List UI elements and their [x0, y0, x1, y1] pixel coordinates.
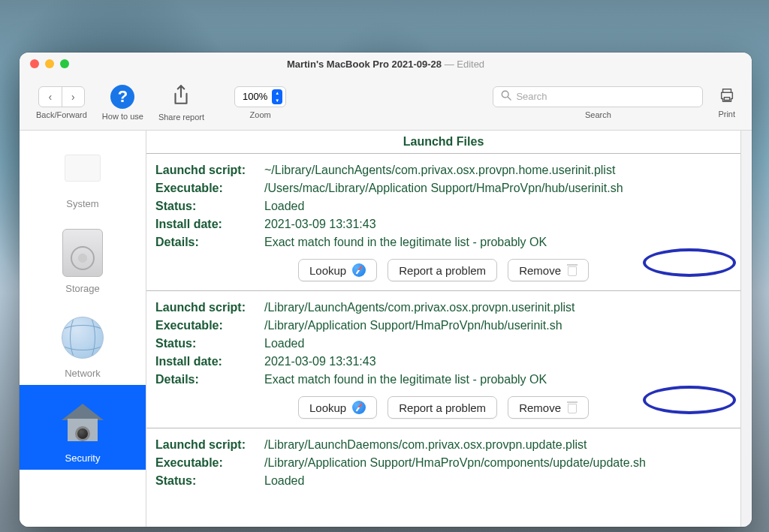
help-icon[interactable]: ?: [110, 85, 134, 109]
action-row: Lookup Report a problem Remove: [155, 251, 731, 281]
lookup-button[interactable]: Lookup: [298, 396, 377, 419]
highlight-annotation: [643, 386, 736, 414]
globe-icon: [59, 314, 107, 362]
tb-share-group: Share report: [151, 84, 212, 122]
zoom-value: 100%: [243, 91, 267, 102]
row-val-details: Exact match found in the legitimate list…: [264, 236, 731, 249]
nav-buttons: ‹ ›: [38, 86, 85, 107]
scrollbar[interactable]: [740, 131, 752, 527]
row-val-executable: /Users/mac/Library/Application Support/H…: [264, 182, 731, 195]
search-icon: [501, 90, 511, 103]
section-header: Launchd Files: [146, 131, 740, 154]
zoom-stepper[interactable]: 100% ▲▼: [234, 86, 286, 107]
window-title: Martin's MacBook Pro 2021-09-28 — Edited: [20, 59, 752, 70]
row-val-script: /Library/LaunchAgents/com.privax.osx.pro…: [264, 301, 731, 314]
chevron-left-icon: ‹: [49, 91, 53, 103]
row-val-script: /Library/LaunchDaemons/com.privax.osx.pr…: [264, 438, 731, 452]
back-button[interactable]: ‹: [39, 87, 62, 107]
sidebar-item-storage[interactable]: Storage: [20, 215, 146, 300]
row-val-install-date: 2021-03-09 13:31:43: [264, 218, 731, 231]
highlight-annotation: [643, 248, 736, 277]
remove-button[interactable]: Remove: [508, 259, 589, 281]
row-val-status: Loaded: [264, 200, 731, 213]
chevron-right-icon: ›: [71, 91, 75, 103]
sidebar-item-label: Security: [65, 452, 101, 464]
forward-button[interactable]: ›: [62, 87, 84, 107]
print-icon[interactable]: [719, 87, 735, 107]
zoom-stepper-arrows-icon: ▲▼: [272, 89, 282, 104]
traffic-lights: [30, 59, 69, 68]
title-edited: — Edited: [442, 59, 484, 70]
sidebar-item-label: System: [66, 198, 98, 209]
toolbar: ‹ › Back/Forward ? How to use Share repo…: [20, 75, 752, 131]
security-icon: [59, 398, 107, 446]
safari-icon: [352, 401, 366, 414]
row-val-executable: /Library/Application Support/HmaProVpn/c…: [264, 456, 731, 470]
sidebar-item-label: Storage: [65, 283, 100, 294]
row-label-executable: Executable:: [155, 182, 264, 195]
row-label-details: Details:: [155, 236, 264, 249]
action-row: Lookup Report a problem Remove: [155, 389, 731, 419]
tb-nav-label: Back/Forward: [36, 110, 87, 119]
lookup-button[interactable]: Lookup: [298, 259, 377, 281]
row-label-install-date: Install date:: [155, 218, 264, 231]
report-problem-button[interactable]: Report a problem: [388, 396, 497, 419]
remove-label: Remove: [519, 264, 561, 277]
trash-icon: [567, 264, 578, 276]
tb-zoom-group: 100% ▲▼ Zoom: [227, 86, 294, 119]
search-box[interactable]: [493, 86, 703, 107]
share-icon[interactable]: [171, 84, 191, 110]
tb-nav-group: ‹ › Back/Forward: [29, 86, 95, 119]
sidebar: System Storage Network Security: [20, 131, 146, 527]
tb-help-group: ? How to use: [95, 85, 151, 121]
row-label-executable: Executable:: [155, 456, 264, 470]
tb-help-label: How to use: [102, 112, 143, 121]
sidebar-item-security[interactable]: Security: [20, 385, 146, 470]
system-icon: [59, 144, 107, 192]
row-label-script: Launchd script:: [155, 438, 264, 452]
row-label-status: Status:: [155, 337, 264, 350]
app-window: Martin's MacBook Pro 2021-09-28 — Edited…: [20, 53, 752, 527]
row-val-install-date: 2021-03-09 13:31:43: [264, 355, 731, 368]
sidebar-item-label: Network: [65, 368, 101, 379]
row-label-status: Status:: [155, 200, 264, 213]
titlebar: Martin's MacBook Pro 2021-09-28 — Edited: [20, 53, 752, 75]
svg-line-1: [508, 97, 511, 100]
lookup-label: Lookup: [309, 401, 346, 414]
launchd-entry: Launchd script:~/Library/LaunchAgents/co…: [146, 154, 740, 291]
row-val-status: Loaded: [264, 337, 731, 350]
row-label-details: Details:: [155, 373, 264, 386]
entries-list: Launchd script:~/Library/LaunchAgents/co…: [146, 154, 740, 527]
row-label-script: Launchd script:: [155, 164, 264, 177]
sidebar-item-network[interactable]: Network: [20, 300, 146, 385]
lookup-label: Lookup: [309, 264, 346, 277]
main-panel: Launchd Files Launchd script:~/Library/L…: [146, 131, 740, 527]
safari-icon: [352, 263, 366, 277]
disk-icon: [59, 229, 107, 277]
row-val-status: Loaded: [264, 474, 731, 488]
row-label-script: Launchd script:: [155, 301, 264, 314]
remove-button[interactable]: Remove: [508, 396, 589, 419]
row-val-script: ~/Library/LaunchAgents/com.privax.osx.pr…: [264, 164, 731, 177]
minimize-window-button[interactable]: [45, 59, 54, 68]
row-label-status: Status:: [155, 474, 264, 488]
close-window-button[interactable]: [30, 59, 39, 68]
launchd-entry: Launchd script:/Library/LaunchDaemons/co…: [146, 428, 740, 499]
tb-search-label: Search: [585, 110, 611, 119]
trash-icon: [567, 401, 578, 413]
row-label-install-date: Install date:: [155, 355, 264, 368]
title-main: Martin's MacBook Pro 2021-09-28: [287, 59, 442, 70]
row-val-details: Exact match found in the legitimate list…: [264, 373, 731, 386]
zoom-window-button[interactable]: [60, 59, 69, 68]
tb-share-label: Share report: [158, 113, 204, 122]
search-input[interactable]: [516, 91, 695, 102]
report-label: Report a problem: [399, 401, 486, 414]
remove-label: Remove: [519, 401, 561, 414]
sidebar-item-system[interactable]: System: [20, 131, 146, 215]
tb-search-group: Search: [485, 86, 710, 119]
tb-print-label: Print: [718, 110, 735, 119]
report-label: Report a problem: [399, 264, 486, 277]
content-area: System Storage Network Security Launchd …: [20, 131, 752, 527]
report-problem-button[interactable]: Report a problem: [388, 259, 497, 281]
tb-zoom-label: Zoom: [250, 110, 271, 119]
